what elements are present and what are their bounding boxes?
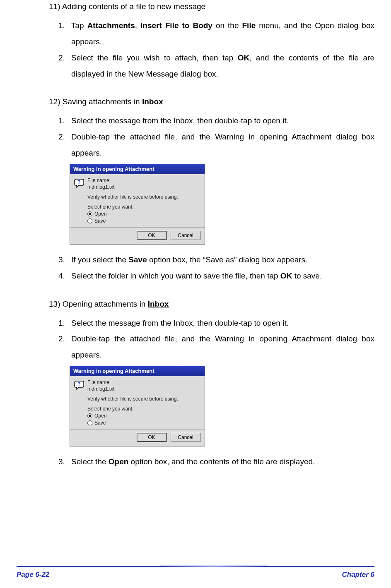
question-icon: ? bbox=[74, 178, 85, 188]
list-item: Select the message from the Inbox, then … bbox=[67, 113, 374, 129]
footer-page: Page 6-22 bbox=[17, 571, 49, 579]
list-item: Select the Open option box, and the cont… bbox=[67, 454, 374, 470]
dialog-verify-text: Verify whether file is secure before usi… bbox=[87, 396, 200, 402]
list-item: Select the file you wish to attach, then… bbox=[67, 50, 374, 82]
section-13-title: 13) Opening attachments in Inbox bbox=[49, 299, 374, 310]
dialog-file-value: mdmlog1.txt bbox=[87, 386, 200, 392]
section-13-steps-b: Select the Open option box, and the cont… bbox=[67, 454, 374, 470]
dialog-file-label: File name: bbox=[87, 379, 200, 385]
list-item: Select the message from the Inbox, then … bbox=[67, 315, 374, 331]
footer-chapter: Chapter 6 bbox=[342, 571, 374, 579]
dialog-file-value: mdmlog1.txt bbox=[87, 184, 200, 190]
section-12-title: 12) Saving attachments in Inbox bbox=[49, 97, 374, 107]
list-item: If you select the Save option box, the “… bbox=[67, 252, 374, 268]
radio-save[interactable] bbox=[87, 420, 92, 425]
page-footer: Page 6-22 Chapter 6 bbox=[17, 565, 374, 579]
dialog-title: Warning in opening Attachment bbox=[70, 164, 205, 174]
cancel-button[interactable]: Cancel bbox=[171, 433, 200, 442]
section-11-steps: Tap Attachments, Insert File to Body on … bbox=[67, 18, 374, 82]
warning-dialog-2: Warning in opening Attachment ? File nam… bbox=[70, 366, 205, 446]
question-icon: ? bbox=[74, 380, 85, 390]
radio-save[interactable] bbox=[87, 218, 92, 223]
section-13-steps-a: Select the message from the Inbox, then … bbox=[67, 315, 374, 364]
dialog-select-text: Select one you want. bbox=[87, 406, 200, 412]
list-item: Tap Attachments, Insert File to Body on … bbox=[67, 18, 374, 50]
dialog-title: Warning in opening Attachment bbox=[70, 366, 205, 376]
radio-open-label: Open bbox=[94, 211, 106, 217]
section-12-steps-a: Select the message from the Inbox, then … bbox=[67, 113, 374, 161]
section-12-steps-b: If you select the Save option box, the “… bbox=[67, 252, 374, 284]
list-item: Double-tap the attached file, and the Wa… bbox=[67, 129, 374, 161]
dialog-verify-text: Verify whether file is secure before usi… bbox=[87, 194, 200, 200]
list-item: Select the folder in which you want to s… bbox=[67, 268, 374, 284]
radio-save-label: Save bbox=[94, 218, 106, 224]
dialog-file-label: File name: bbox=[87, 178, 200, 183]
radio-open-label: Open bbox=[94, 413, 106, 419]
dialog-select-text: Select one you want. bbox=[87, 204, 200, 210]
warning-dialog-1: Warning in opening Attachment ? File nam… bbox=[70, 164, 205, 245]
svg-text:?: ? bbox=[77, 179, 80, 185]
cancel-button[interactable]: Cancel bbox=[171, 231, 200, 240]
ok-button[interactable]: OK bbox=[137, 433, 167, 442]
radio-open[interactable] bbox=[87, 211, 92, 216]
radio-save-label: Save bbox=[94, 420, 106, 426]
ok-button[interactable]: OK bbox=[137, 231, 167, 240]
list-item: Double-tap the attached file, and the Wa… bbox=[67, 331, 374, 363]
svg-text:?: ? bbox=[77, 381, 80, 387]
radio-open[interactable] bbox=[87, 413, 92, 418]
section-11-title: 11) Adding contents of a file to new mes… bbox=[49, 2, 374, 12]
